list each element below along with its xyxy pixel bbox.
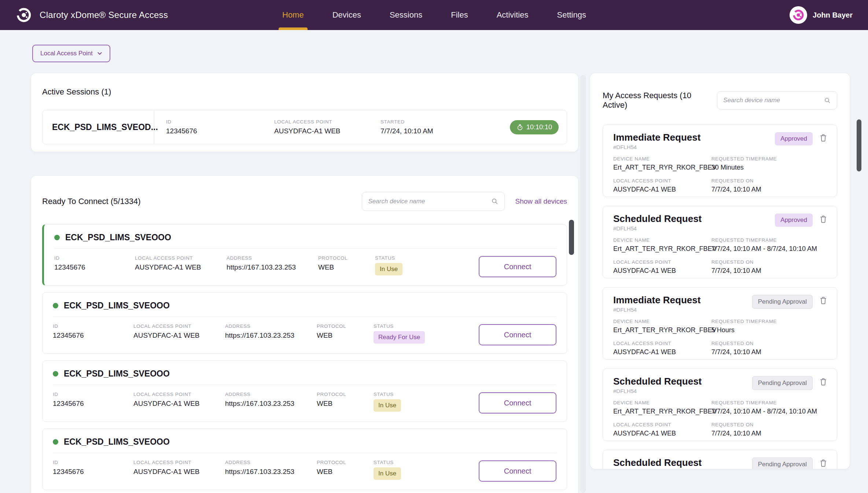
request-timeframe: 30 Minutes	[711, 164, 827, 171]
device-search	[362, 192, 505, 211]
device-name: ECK_PSD_LIMS_SVEOOO	[64, 369, 170, 379]
request-lap: AUSYDFAC-A1 WEB	[613, 267, 711, 275]
request-timeframe: 5 Hours	[711, 326, 827, 334]
request-status-badge: Pending Approval	[752, 376, 813, 390]
connect-button[interactable]: Connect	[479, 460, 556, 482]
status-badge: Ready For Use	[374, 331, 425, 344]
device-address: https://167.103.23.253	[225, 400, 317, 408]
session-timer-value: 10:10:10	[526, 123, 552, 131]
trash-icon[interactable]	[819, 133, 828, 143]
tab-activities[interactable]: Activities	[497, 0, 529, 30]
device-card: ECK_PSD_LIMS_SVEOOO ID12345676 LOCAL ACC…	[42, 292, 567, 354]
request-requested-on: 7/7/24, 10:10 AM	[711, 267, 827, 275]
avatar[interactable]	[790, 6, 807, 24]
session-timer-badge: 10:10:10	[510, 120, 559, 134]
device-name: ECK_PSD_LIMS_SVEOOO	[64, 437, 170, 447]
access-requests-title: My Access Requests (10 Active)	[603, 91, 717, 110]
device-protocol: WEB	[317, 400, 374, 408]
device-list-scrollbar-thumb[interactable]	[569, 220, 574, 255]
connect-button[interactable]: Connect	[479, 324, 556, 345]
request-timeframe: 7/7/24, 10:10 AM - 8/7/24, 10:10 AM	[711, 245, 827, 253]
app-title: Claroty xDome® Secure Access	[40, 10, 168, 20]
device-name: ECK_PSD_LIMS_SVEOOO	[65, 233, 171, 242]
request-requested-on: 7/7/24, 10:10 AM	[711, 186, 827, 193]
trash-icon[interactable]	[819, 214, 828, 225]
topbar: Claroty xDome® Secure Access Home Device…	[0, 0, 868, 30]
device-id: 12345676	[53, 400, 133, 408]
device-protocol: WEB	[318, 263, 375, 271]
session-id-value: 12345676	[166, 127, 262, 135]
request-lap: AUSYDFAC-A1 WEB	[613, 186, 711, 193]
active-sessions-card: Active Sessions (1) ECK_PSD_LIMS_SVEOD..…	[31, 73, 578, 152]
request-list: Immediate Request #DFLH54 Approved DEVIC…	[603, 125, 837, 469]
request-status-badge: Approved	[775, 214, 813, 227]
request-timeframe: 7/7/24, 10:10 AM - 8/7/24, 10:10 AM	[711, 408, 827, 415]
request-device-name: Ert_ART_TER_RYR_RKOR_FBEV	[613, 326, 711, 334]
status-badge: In Use	[374, 399, 401, 412]
requests-scrollbar-thumb[interactable]	[857, 119, 861, 171]
connect-button[interactable]: Connect	[479, 392, 556, 414]
request-card: Immediate Request #DFLH54 Approved DEVIC…	[603, 125, 837, 197]
device-list-scrollbar-track	[580, 75, 586, 493]
local-access-point-dropdown[interactable]: Local Access Point	[32, 45, 110, 62]
request-lap: AUSYDFAC-A1 WEB	[613, 430, 711, 437]
device-lap: AUSYDFAC-A1 WEB	[133, 400, 225, 408]
device-address: https://167.103.23.253	[225, 468, 317, 476]
device-card: ECK_PSD_LIMS_SVEOOO ID12345676 LOCAL ACC…	[42, 360, 567, 422]
request-search-input[interactable]	[723, 97, 824, 104]
active-sessions-title: Active Sessions (1)	[42, 87, 567, 97]
device-lap: AUSYDFAC-A1 WEB	[135, 263, 227, 271]
tab-devices[interactable]: Devices	[332, 0, 361, 30]
device-name: ECK_PSD_LIMS_SVEOOO	[64, 301, 170, 311]
ready-to-connect-title: Ready To Connect (5/1334)	[42, 197, 141, 206]
show-all-devices-link[interactable]: Show all devices	[515, 197, 567, 205]
device-address: https://167.103.23.253	[227, 263, 318, 271]
request-lap: AUSYDFAC-A1 WEB	[613, 348, 711, 356]
connect-button[interactable]: Connect	[479, 256, 556, 277]
device-list: ECK_PSD_LIMS_SVEOOO ID12345676 LOCAL ACC…	[42, 224, 567, 493]
tab-home[interactable]: Home	[282, 0, 304, 30]
device-card: ECK_PSD_LIMS_SVEOOO ID12345676 LOCAL ACC…	[42, 224, 567, 286]
trash-icon[interactable]	[819, 458, 828, 468]
request-requested-on: 7/7/24, 10:10 AM	[711, 430, 827, 437]
status-badge: In Use	[375, 263, 402, 275]
session-lap-label: LOCAL ACCESS POINT	[274, 119, 369, 125]
device-id: 12345676	[53, 468, 133, 476]
request-device-name: Ert_ART_TER_RYR_RKOR_FBEV	[613, 408, 711, 415]
tab-files[interactable]: Files	[451, 0, 468, 30]
request-requested-on: 7/7/24, 10:10 AM	[711, 348, 827, 356]
ready-to-connect-card: Ready To Connect (5/1334) Show all devic…	[31, 176, 578, 493]
session-started-label: STARTED	[380, 119, 482, 125]
request-status-badge: Approved	[775, 132, 813, 145]
status-badge: In Use	[374, 467, 401, 480]
search-icon	[491, 198, 499, 205]
user-menu[interactable]: John Bayer	[790, 6, 853, 24]
online-dot-icon	[53, 303, 58, 308]
request-device-name: Ert_ART_TER_RYR_RKOR_FBEV	[613, 245, 711, 253]
request-device-name: Ert_ART_TER_RYR_RKOR_FBEV	[613, 164, 711, 171]
session-started-value: 7/7/24, 10:10 AM	[380, 127, 482, 135]
request-status-badge: Pending Approval	[752, 457, 813, 469]
chevron-down-icon	[96, 50, 103, 57]
device-protocol: WEB	[317, 468, 374, 476]
session-lap-value: AUSYDFAC-A1 WEB	[274, 127, 369, 135]
main-nav: Home Devices Sessions Files Activities S…	[282, 0, 586, 30]
claroty-logo-icon	[15, 7, 32, 23]
search-icon	[824, 97, 831, 104]
online-dot-icon	[53, 371, 58, 377]
user-name: John Bayer	[813, 11, 853, 19]
brand: Claroty xDome® Secure Access	[15, 7, 168, 23]
device-address: https://167.103.23.253	[225, 331, 317, 340]
online-dot-icon	[54, 235, 60, 240]
tab-sessions[interactable]: Sessions	[390, 0, 422, 30]
online-dot-icon	[53, 439, 58, 445]
device-protocol: WEB	[317, 331, 374, 340]
tab-settings[interactable]: Settings	[557, 0, 586, 30]
request-card: Scheduled Request #DFLH54 Pending Approv…	[603, 368, 837, 441]
session-name: ECK_PSD_LIMS_SVEOD...	[43, 110, 154, 144]
device-search-input[interactable]	[368, 198, 491, 205]
device-id: 12345676	[54, 263, 135, 271]
trash-icon[interactable]	[819, 296, 828, 306]
trash-icon[interactable]	[819, 377, 828, 387]
device-lap: AUSYDFAC-A1 WEB	[133, 468, 225, 476]
